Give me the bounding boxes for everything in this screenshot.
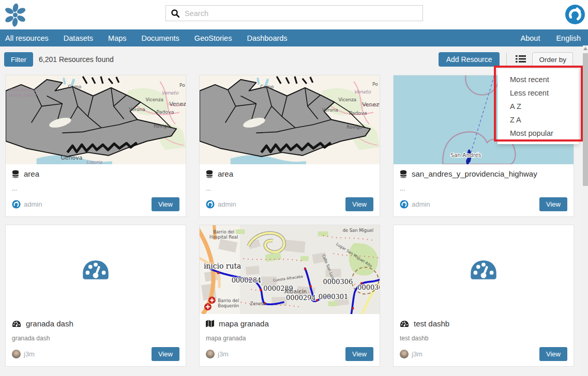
resource-card: Como Veneto Vicenza Venezia Verona Padov… (199, 75, 380, 217)
filter-button[interactable]: Filter (4, 52, 33, 67)
order-option-most-recent[interactable]: Most recent (497, 72, 579, 86)
owner-link[interactable]: admin (206, 200, 236, 209)
map-label: Vicenza (338, 97, 356, 102)
map-label: Veneto (161, 90, 179, 96)
scrollbar-thumb[interactable] (583, 53, 588, 186)
search-input[interactable] (185, 9, 417, 18)
view-button[interactable]: View (152, 197, 179, 211)
user-photo-avatar (206, 350, 215, 358)
map-label: de San Miguel (342, 228, 373, 233)
scrollbar-up-arrow[interactable] (583, 47, 587, 50)
owner-link[interactable]: j3m (12, 350, 35, 358)
route-label: 0000294 (286, 294, 315, 302)
resource-title[interactable]: area (218, 169, 233, 178)
owner-link[interactable]: j3m (400, 350, 423, 358)
page-scrollbar[interactable] (583, 45, 588, 376)
owner-name: j3m (24, 350, 35, 358)
list-view-toggle[interactable] (514, 54, 528, 66)
list-icon (516, 55, 526, 63)
resource-title[interactable]: granada dash (26, 319, 73, 328)
owner-name: admin (218, 200, 236, 208)
nav-dashboards[interactable]: Dashboards (247, 34, 287, 42)
map-label: Verona (322, 107, 338, 113)
order-option-a-z[interactable]: A Z (497, 99, 579, 113)
order-by-button[interactable]: Order by (532, 52, 573, 67)
search-box (165, 5, 423, 21)
geonode-app: All resources Datasets Maps Documents Ge… (0, 0, 588, 376)
resource-card: Valle d'Aosta / Vallée d'Aost Como Venet… (5, 75, 186, 217)
map-label: Zenete (250, 301, 265, 306)
nav-all-resources[interactable]: All resources (5, 34, 49, 42)
map-label: San Andrés (450, 152, 481, 158)
toolbar-right-group: Add Resource Order by (439, 52, 583, 67)
admin-avatar-icon (400, 200, 409, 209)
map-label: Rovigo (346, 124, 362, 130)
view-button[interactable]: View (152, 347, 179, 361)
area-map-thumbnail: Valle d'Aosta / Vallée d'Aost Como Venet… (6, 75, 186, 164)
admin-avatar-icon (206, 200, 215, 209)
dataset-icon (12, 170, 19, 178)
resource-thumbnail[interactable] (394, 225, 574, 314)
resource-title[interactable]: mapa granada (219, 319, 269, 328)
view-button[interactable]: View (345, 347, 373, 361)
map-label: Padova (156, 109, 174, 115)
map-label: Como (68, 84, 81, 89)
map-label: Genova (61, 154, 82, 161)
dashboard-icon (12, 320, 21, 327)
resource-description: ... (206, 185, 373, 192)
resource-card: Barrio del Hospital Real de San Miguel L… (199, 225, 380, 367)
map-label: Valle d'Aosta / (8, 87, 40, 92)
resource-thumbnail[interactable]: Barrio del Hospital Real de San Miguel L… (200, 225, 380, 314)
resource-title[interactable]: test dashb (414, 319, 449, 328)
card-body: granada dash granada dash j3m View (6, 314, 186, 366)
nav-language-english[interactable]: English (556, 34, 581, 42)
order-option-less-recent[interactable]: Less recent (497, 86, 579, 99)
resource-thumbnail[interactable] (6, 225, 186, 314)
card-body: area ... admin View (200, 164, 380, 216)
route-label: 000030 (357, 284, 380, 291)
view-button[interactable]: View (345, 197, 373, 211)
resource-title[interactable]: area (24, 169, 39, 178)
resource-thumbnail[interactable]: Como Veneto Vicenza Venezia Verona Padov… (200, 75, 380, 164)
brand-flower-logo[interactable] (4, 3, 27, 27)
resource-grid: Valle d'Aosta / Vallée d'Aost Como Venet… (5, 75, 574, 367)
user-photo-avatar (12, 350, 21, 358)
resource-description: granada dash (12, 335, 179, 342)
nav-about[interactable]: About (521, 34, 540, 42)
main-navbar: All resources Datasets Maps Documents Ge… (0, 29, 588, 46)
geonode-account-icon (565, 4, 585, 25)
nav-geostories[interactable]: GeoStories (194, 34, 232, 42)
nav-datasets[interactable]: Datasets (64, 34, 93, 42)
card-body: test dashb test dashb j3m View (394, 314, 574, 366)
account-menu-button[interactable] (565, 4, 585, 25)
resource-thumbnail[interactable]: Valle d'Aosta / Vallée d'Aost Como Venet… (6, 75, 186, 164)
add-resource-button[interactable]: Add Resource (439, 52, 500, 67)
nav-documents[interactable]: Documents (142, 34, 179, 42)
owner-name: admin (24, 200, 42, 208)
dashboard-placeholder-icon (469, 259, 498, 281)
admin-avatar-icon (12, 200, 21, 209)
map-label: Venezia (169, 101, 186, 107)
owner-name: j3m (412, 350, 423, 358)
owner-link[interactable]: admin (12, 200, 42, 209)
dashboard-icon (400, 320, 409, 327)
map-label: Barrio del (218, 298, 239, 303)
map-label: Venezia (362, 101, 380, 108)
map-label: Po (179, 83, 185, 88)
owner-name: j3m (218, 350, 229, 358)
resource-title[interactable]: san_andres_y_providencia_highway (412, 169, 537, 178)
owner-link[interactable]: admin (400, 200, 430, 209)
map-label: Rovigo (154, 123, 169, 129)
view-button[interactable]: View (539, 197, 567, 211)
map-label: Como (260, 84, 274, 89)
map-label: Hospital Real (209, 234, 238, 240)
resource-card: test dashb test dashb j3m View (393, 225, 574, 367)
map-label: Barrio del (213, 229, 234, 234)
order-option-z-a[interactable]: Z A (497, 113, 579, 126)
results-count: 6,201 Resources found (39, 55, 114, 64)
map-label: Vallée d'Aost (8, 92, 37, 98)
view-button[interactable]: View (539, 347, 567, 361)
nav-maps[interactable]: Maps (108, 34, 126, 42)
order-option-most-popular[interactable]: Most popular (497, 126, 579, 139)
owner-link[interactable]: j3m (206, 350, 229, 358)
